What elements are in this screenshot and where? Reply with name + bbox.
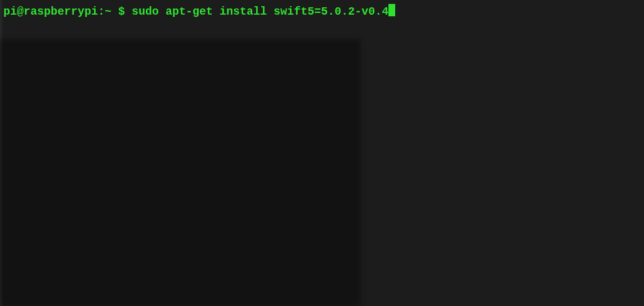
terminal[interactable]: pi@raspberrypi:~ $ sudo apt-get install … (0, 0, 644, 21)
prompt-cwd: ~ (105, 4, 111, 19)
cursor-icon (388, 4, 395, 16)
prompt-line[interactable]: pi@raspberrypi:~ $ sudo apt-get install … (3, 2, 641, 19)
prompt-separator: : (98, 4, 105, 19)
background-shadow (0, 39, 360, 306)
prompt-symbol: $ (111, 4, 132, 19)
command-text: sudo apt-get install swift5=5.0.2-v0.4 (132, 4, 388, 19)
prompt-user-host: pi@raspberrypi (3, 4, 98, 19)
